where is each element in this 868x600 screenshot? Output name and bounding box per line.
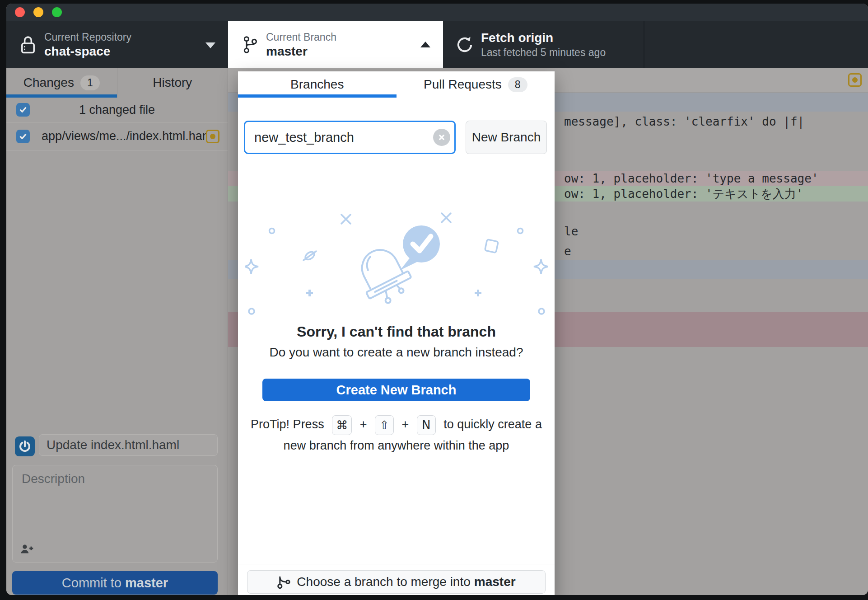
chevron-down-icon [205,42,215,48]
merge-button-prefix: Choose a branch to merge into [297,575,470,589]
choose-branch-to-merge-button[interactable]: Choose a branch to merge into master [247,570,546,594]
zoom-button[interactable] [52,7,62,17]
pull-requests-count-badge: 8 [508,77,527,92]
tab-history-label: History [153,75,192,90]
add-coauthor-icon[interactable] [20,543,33,557]
empty-state-title: Sorry, I can't find that branch [238,323,555,340]
git-merge-icon [277,574,290,590]
branch-foldout: Branches Pull Requests 8 New Branch [238,71,555,595]
fetch-subtitle: Last fetched 5 minutes ago [481,46,606,59]
repository-label: Current Repository [44,30,131,44]
merge-bar: Choose a branch to merge into master [238,564,555,595]
shift-key: ⇧ [375,415,394,435]
new-branch-button[interactable]: New Branch [466,121,547,154]
app-window: Current Repository chat-space Current Br… [6,4,868,595]
all-files-header-row: 1 changed file [6,98,228,122]
tab-changes-label: Changes [23,75,74,90]
modified-status-icon [848,73,862,87]
protip-suffix: to quickly create a [443,417,542,431]
tab-branches[interactable]: Branches [238,71,397,98]
branch-name: master [266,44,336,59]
n-key: N [417,415,436,435]
tab-history[interactable]: History [117,68,228,98]
titlebar [6,4,868,21]
branch-filter-row: New Branch [238,98,555,154]
modified-status-icon [206,130,219,143]
repository-name: chat-space [44,44,131,59]
sync-icon [456,35,474,55]
description-placeholder: Description [22,472,85,486]
branch-label: Current Branch [266,30,336,44]
active-tab-underline [238,94,397,98]
toolbar-empty-space [644,21,868,68]
foldout-tab-bar: Branches Pull Requests 8 [238,71,555,98]
protip-prefix: ProTip! Press [251,417,324,431]
avatar [15,436,35,456]
x-sparkle [341,215,350,224]
speech-bubble [400,225,440,270]
fetch-title: Fetch origin [481,30,606,46]
command-key: ⌘ [332,415,352,435]
current-repository-button[interactable]: Current Repository chat-space [6,21,228,68]
active-tab-underline [6,94,117,98]
branch-filter-input[interactable] [244,121,456,154]
commit-description-textarea[interactable]: Description [12,465,218,562]
commit-button-prefix: Commit to [62,576,121,591]
changes-sidebar: Changes 1 History 1 changed file app/vie… [6,68,228,595]
tab-pull-requests[interactable]: Pull Requests 8 [397,71,555,98]
plus-separator: + [401,417,409,431]
file-checkbox[interactable] [16,130,30,143]
create-new-branch-button[interactable]: Create New Branch [262,379,530,401]
clear-filter-icon[interactable] [433,129,450,146]
commit-form: Description Commit to master [6,429,228,595]
protip-text: ProTip! Press ⌘ + ⇧ + N to quickly creat… [238,414,555,456]
file-path: app/views/me.../index.html.haml [42,129,206,143]
git-branch-icon [241,35,259,55]
lock-icon [19,35,37,55]
commit-button[interactable]: Commit to master [12,571,218,595]
plus-separator: + [360,417,367,431]
tab-changes[interactable]: Changes 1 [6,68,117,98]
changed-file-row[interactable]: app/views/me.../index.html.haml [6,122,228,150]
protip-line2: new branch from anywhere within the app [284,439,509,452]
commit-summary-input[interactable] [39,434,218,456]
tab-pull-requests-label: Pull Requests [424,77,502,92]
commit-button-branch: master [125,576,168,591]
current-branch-button[interactable]: Current Branch master [228,21,443,68]
merge-button-branch: master [474,575,516,589]
changed-files-summary: 1 changed file [30,103,204,117]
sidebar-tab-bar: Changes 1 History [6,68,228,98]
minimize-button[interactable] [33,7,43,17]
chevron-up-icon [420,42,430,47]
empty-state-subtitle: Do you want to create a new branch inste… [238,345,555,360]
fetch-origin-button[interactable]: Fetch origin Last fetched 5 minutes ago [443,21,644,68]
toolbar: Current Repository chat-space Current Br… [6,21,868,68]
x-sparkle [442,213,451,222]
tab-branches-label: Branches [290,77,344,92]
close-button[interactable] [15,7,25,17]
changes-count-badge: 1 [80,75,100,90]
bell-illustration [245,211,548,322]
select-all-checkbox[interactable] [16,103,30,117]
